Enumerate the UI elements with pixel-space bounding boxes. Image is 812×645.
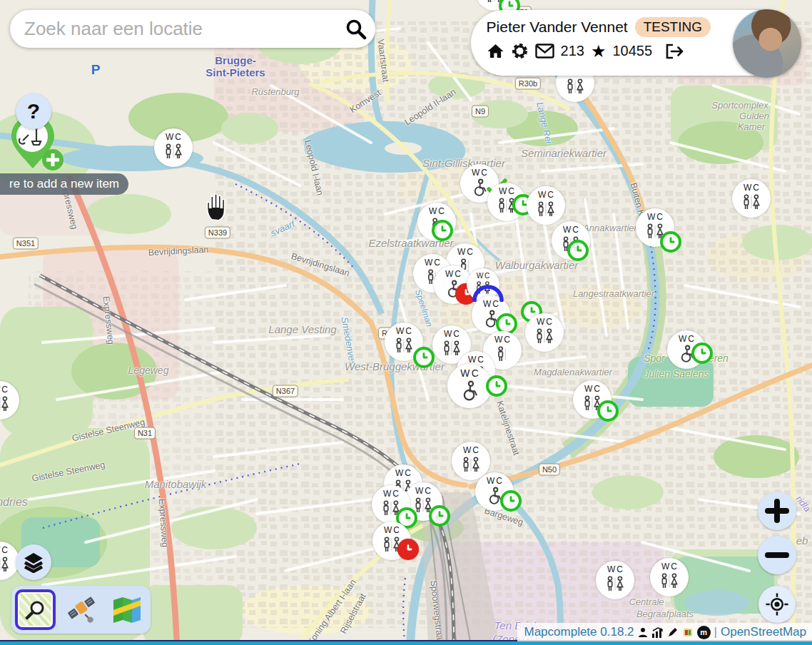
geolocate-button[interactable] — [758, 586, 796, 623]
mw-pictogram-icon — [657, 572, 681, 592]
mw-pictogram-icon — [643, 223, 667, 243]
wc-marker[interactable]: WC — [417, 203, 456, 241]
marker-wc-label: WC — [0, 385, 9, 394]
wheel-pictogram-icon — [676, 345, 697, 366]
wc-marker[interactable]: WC — [527, 186, 565, 225]
wc-marker[interactable]: WC — [650, 558, 689, 596]
search-button[interactable] — [337, 17, 375, 41]
wc-marker[interactable]: WC — [447, 364, 492, 408]
marker-wc-label: WC — [537, 191, 555, 199]
marker-wc-label: WC — [382, 526, 401, 534]
background-osm-button[interactable] — [15, 589, 56, 630]
wc-marker[interactable]: WC — [154, 128, 193, 167]
marker-circle: WC — [385, 322, 423, 361]
osm-carto-icon — [19, 594, 51, 626]
map-view[interactable]: Brugge-Sint-PietersRustenburgPVaartstraa… — [0, 0, 812, 645]
home-button[interactable] — [487, 43, 504, 60]
attribution-separator: | — [714, 625, 717, 639]
marker-wc-label: WC — [677, 335, 696, 343]
wc-marker[interactable]: WC — [487, 183, 526, 221]
marker-wc-label: WC — [394, 469, 412, 477]
hand-cursor-icon — [200, 190, 230, 221]
plus-icon — [765, 499, 789, 523]
search-bar[interactable] — [10, 10, 375, 48]
wc-marker[interactable]: WC — [525, 313, 564, 352]
marker-circle: WC — [447, 364, 492, 408]
mw-pictogram-icon — [532, 327, 557, 347]
changesets-button[interactable]: ★ — [591, 44, 607, 59]
wc-marker[interactable]: WC — [475, 472, 514, 511]
background-satellite-button[interactable] — [61, 589, 101, 630]
logout-icon — [664, 43, 684, 60]
wc-marker[interactable]: WC — [732, 179, 771, 218]
wc-marker[interactable]: WC — [573, 380, 611, 419]
statistics-icon[interactable] — [651, 627, 664, 638]
wheel-pictogram-icon — [484, 487, 505, 508]
marker-wc-label: WC — [467, 355, 485, 364]
marker-wc-label: WC — [535, 318, 554, 326]
wheel-pictogram-icon — [442, 280, 464, 301]
mw-pictogram-icon — [379, 499, 403, 519]
testing-badge: TESTING — [635, 17, 711, 37]
zoom-in-button[interactable] — [758, 492, 796, 530]
satellite-icon — [66, 594, 97, 626]
search-icon — [345, 18, 367, 41]
marker-circle: WC — [650, 558, 689, 596]
star-count: 10455 — [612, 43, 652, 59]
layers-icon — [23, 552, 44, 573]
marker-circle: WC — [573, 380, 611, 419]
wc-marker[interactable]: WC — [475, 0, 514, 11]
wc-marker[interactable]: WC — [636, 208, 674, 247]
marker-circle: WC — [472, 295, 510, 334]
help-button[interactable]: ? — [16, 93, 51, 129]
m-pictogram-icon — [425, 217, 449, 237]
wc-marker[interactable]: WC — [372, 522, 411, 560]
search-input[interactable] — [10, 18, 337, 40]
minus-icon — [765, 543, 789, 567]
marker-circle: WC — [552, 221, 590, 260]
edit-pencil-icon[interactable] — [667, 626, 679, 638]
settings-button[interactable] — [511, 42, 529, 60]
wc-marker[interactable]: WC — [667, 330, 706, 369]
mastodon-icon[interactable]: m — [697, 626, 711, 639]
marker-wc-label: WC — [742, 183, 761, 192]
marker-wc-label: WC — [0, 546, 9, 554]
wc-marker[interactable]: WC — [385, 322, 423, 361]
user-avatar[interactable] — [733, 9, 801, 78]
marker-circle: WC — [372, 522, 411, 560]
marker-wc-label: WC — [442, 330, 461, 338]
marker-circle: WC — [527, 186, 565, 225]
logout-button[interactable] — [664, 43, 684, 60]
marker-circle: WC — [475, 0, 514, 11]
star-icon: ★ — [591, 44, 607, 59]
user-name[interactable]: Pieter Vander Vennet — [487, 19, 628, 36]
marker-circle: WC — [0, 381, 19, 420]
zoom-out-button[interactable] — [758, 536, 796, 574]
marker-circle: WC — [372, 485, 410, 524]
wheel-pictogram-icon — [457, 380, 482, 405]
contributors-icon[interactable] — [638, 627, 648, 638]
marker-wc-label: WC — [444, 270, 462, 278]
layer-selection-button[interactable] — [16, 544, 51, 580]
marker-circle: WC — [417, 203, 456, 241]
mapcomplete-link[interactable]: Mapcomplete 0.18.2 — [524, 625, 634, 639]
marker-circle: WC — [667, 330, 706, 369]
wc-marker[interactable]: WC — [372, 485, 410, 524]
crosshair-icon — [763, 589, 791, 619]
marker-circle: WC — [475, 472, 514, 511]
messages-button[interactable] — [535, 44, 554, 59]
wc-marker[interactable]: WC — [0, 381, 19, 420]
marker-wc-label: WC — [482, 300, 500, 308]
background-layer-chooser — [11, 586, 151, 634]
mail-icon — [535, 44, 554, 59]
marker-wc-label: WC — [583, 385, 602, 393]
wc-marker[interactable]: WC — [596, 561, 634, 599]
wc-marker[interactable]: WC — [552, 221, 590, 260]
marker-wc-label: WC — [606, 565, 624, 574]
wc-marker[interactable]: WC — [472, 295, 510, 334]
openstreetmap-link[interactable]: OpenStreetMap — [721, 625, 806, 639]
mw-pictogram-icon — [482, 0, 507, 6]
mw-pictogram-icon — [0, 556, 12, 576]
background-map-button[interactable] — [106, 589, 147, 630]
marker-circle: WC — [732, 179, 771, 218]
